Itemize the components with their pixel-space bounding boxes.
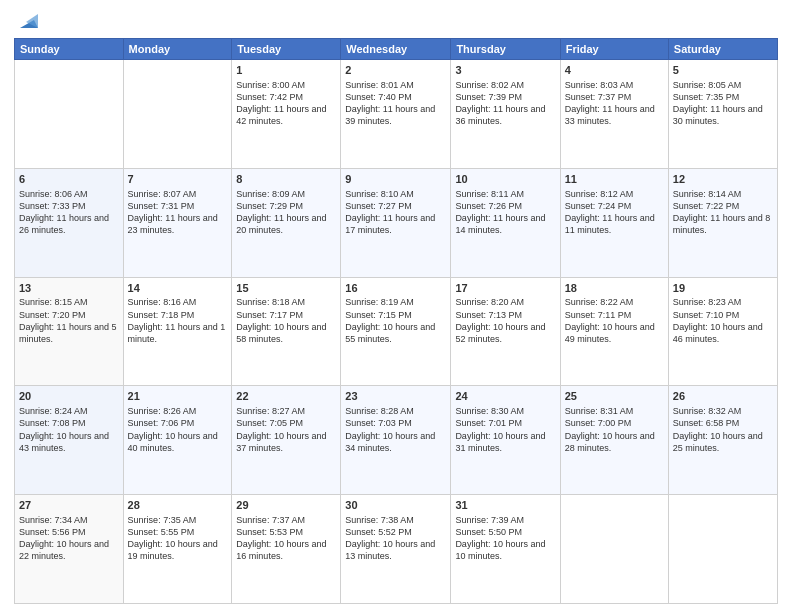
day-info: Sunrise: 8:26 AMSunset: 7:06 PMDaylight:… [128, 405, 228, 454]
calendar-cell: 8Sunrise: 8:09 AMSunset: 7:29 PMDaylight… [232, 168, 341, 277]
day-number: 21 [128, 389, 228, 404]
calendar-cell: 28Sunrise: 7:35 AMSunset: 5:55 PMDayligh… [123, 495, 232, 604]
day-info: Sunrise: 8:00 AMSunset: 7:42 PMDaylight:… [236, 79, 336, 128]
day-number: 4 [565, 63, 664, 78]
day-info: Sunrise: 8:32 AMSunset: 6:58 PMDaylight:… [673, 405, 773, 454]
calendar-header-monday: Monday [123, 39, 232, 60]
day-info: Sunrise: 8:11 AMSunset: 7:26 PMDaylight:… [455, 188, 555, 237]
day-info: Sunrise: 8:14 AMSunset: 7:22 PMDaylight:… [673, 188, 773, 237]
day-number: 17 [455, 281, 555, 296]
day-info: Sunrise: 8:19 AMSunset: 7:15 PMDaylight:… [345, 296, 446, 345]
calendar-cell: 31Sunrise: 7:39 AMSunset: 5:50 PMDayligh… [451, 495, 560, 604]
calendar-cell: 26Sunrise: 8:32 AMSunset: 6:58 PMDayligh… [668, 386, 777, 495]
day-info: Sunrise: 8:28 AMSunset: 7:03 PMDaylight:… [345, 405, 446, 454]
day-number: 25 [565, 389, 664, 404]
day-number: 29 [236, 498, 336, 513]
calendar-cell: 22Sunrise: 8:27 AMSunset: 7:05 PMDayligh… [232, 386, 341, 495]
day-number: 13 [19, 281, 119, 296]
calendar-cell: 11Sunrise: 8:12 AMSunset: 7:24 PMDayligh… [560, 168, 668, 277]
day-info: Sunrise: 8:23 AMSunset: 7:10 PMDaylight:… [673, 296, 773, 345]
day-info: Sunrise: 8:10 AMSunset: 7:27 PMDaylight:… [345, 188, 446, 237]
header [14, 10, 778, 32]
day-number: 11 [565, 172, 664, 187]
day-info: Sunrise: 8:30 AMSunset: 7:01 PMDaylight:… [455, 405, 555, 454]
day-number: 10 [455, 172, 555, 187]
day-number: 3 [455, 63, 555, 78]
day-number: 30 [345, 498, 446, 513]
calendar-header-tuesday: Tuesday [232, 39, 341, 60]
calendar-cell: 20Sunrise: 8:24 AMSunset: 7:08 PMDayligh… [15, 386, 124, 495]
calendar-cell: 21Sunrise: 8:26 AMSunset: 7:06 PMDayligh… [123, 386, 232, 495]
calendar-week-1: 1Sunrise: 8:00 AMSunset: 7:42 PMDaylight… [15, 60, 778, 169]
day-number: 19 [673, 281, 773, 296]
calendar-week-4: 20Sunrise: 8:24 AMSunset: 7:08 PMDayligh… [15, 386, 778, 495]
day-number: 23 [345, 389, 446, 404]
calendar-table: SundayMondayTuesdayWednesdayThursdayFrid… [14, 38, 778, 604]
day-info: Sunrise: 8:31 AMSunset: 7:00 PMDaylight:… [565, 405, 664, 454]
day-number: 2 [345, 63, 446, 78]
calendar-cell: 13Sunrise: 8:15 AMSunset: 7:20 PMDayligh… [15, 277, 124, 386]
day-number: 1 [236, 63, 336, 78]
day-number: 9 [345, 172, 446, 187]
day-info: Sunrise: 7:37 AMSunset: 5:53 PMDaylight:… [236, 514, 336, 563]
day-number: 28 [128, 498, 228, 513]
calendar-cell: 29Sunrise: 7:37 AMSunset: 5:53 PMDayligh… [232, 495, 341, 604]
calendar-cell: 2Sunrise: 8:01 AMSunset: 7:40 PMDaylight… [341, 60, 451, 169]
day-info: Sunrise: 8:15 AMSunset: 7:20 PMDaylight:… [19, 296, 119, 345]
calendar-cell: 4Sunrise: 8:03 AMSunset: 7:37 PMDaylight… [560, 60, 668, 169]
calendar-cell: 30Sunrise: 7:38 AMSunset: 5:52 PMDayligh… [341, 495, 451, 604]
day-number: 18 [565, 281, 664, 296]
day-info: Sunrise: 7:34 AMSunset: 5:56 PMDaylight:… [19, 514, 119, 563]
day-number: 26 [673, 389, 773, 404]
calendar-week-3: 13Sunrise: 8:15 AMSunset: 7:20 PMDayligh… [15, 277, 778, 386]
calendar-cell: 10Sunrise: 8:11 AMSunset: 7:26 PMDayligh… [451, 168, 560, 277]
calendar-week-2: 6Sunrise: 8:06 AMSunset: 7:33 PMDaylight… [15, 168, 778, 277]
day-info: Sunrise: 7:35 AMSunset: 5:55 PMDaylight:… [128, 514, 228, 563]
calendar-cell: 1Sunrise: 8:00 AMSunset: 7:42 PMDaylight… [232, 60, 341, 169]
calendar-cell: 14Sunrise: 8:16 AMSunset: 7:18 PMDayligh… [123, 277, 232, 386]
day-number: 31 [455, 498, 555, 513]
day-info: Sunrise: 8:06 AMSunset: 7:33 PMDaylight:… [19, 188, 119, 237]
calendar-cell: 15Sunrise: 8:18 AMSunset: 7:17 PMDayligh… [232, 277, 341, 386]
calendar-cell: 17Sunrise: 8:20 AMSunset: 7:13 PMDayligh… [451, 277, 560, 386]
page: SundayMondayTuesdayWednesdayThursdayFrid… [0, 0, 792, 612]
day-number: 6 [19, 172, 119, 187]
day-info: Sunrise: 8:12 AMSunset: 7:24 PMDaylight:… [565, 188, 664, 237]
day-number: 27 [19, 498, 119, 513]
calendar-cell: 16Sunrise: 8:19 AMSunset: 7:15 PMDayligh… [341, 277, 451, 386]
calendar-cell: 5Sunrise: 8:05 AMSunset: 7:35 PMDaylight… [668, 60, 777, 169]
day-number: 20 [19, 389, 119, 404]
calendar-cell: 9Sunrise: 8:10 AMSunset: 7:27 PMDaylight… [341, 168, 451, 277]
day-info: Sunrise: 8:02 AMSunset: 7:39 PMDaylight:… [455, 79, 555, 128]
day-number: 5 [673, 63, 773, 78]
day-info: Sunrise: 8:05 AMSunset: 7:35 PMDaylight:… [673, 79, 773, 128]
calendar-cell: 19Sunrise: 8:23 AMSunset: 7:10 PMDayligh… [668, 277, 777, 386]
day-info: Sunrise: 8:27 AMSunset: 7:05 PMDaylight:… [236, 405, 336, 454]
calendar-cell: 6Sunrise: 8:06 AMSunset: 7:33 PMDaylight… [15, 168, 124, 277]
day-number: 16 [345, 281, 446, 296]
day-info: Sunrise: 8:16 AMSunset: 7:18 PMDaylight:… [128, 296, 228, 345]
calendar-header-sunday: Sunday [15, 39, 124, 60]
day-info: Sunrise: 8:09 AMSunset: 7:29 PMDaylight:… [236, 188, 336, 237]
day-number: 14 [128, 281, 228, 296]
day-info: Sunrise: 7:39 AMSunset: 5:50 PMDaylight:… [455, 514, 555, 563]
day-info: Sunrise: 7:38 AMSunset: 5:52 PMDaylight:… [345, 514, 446, 563]
calendar-cell [668, 495, 777, 604]
calendar-header-saturday: Saturday [668, 39, 777, 60]
day-info: Sunrise: 8:24 AMSunset: 7:08 PMDaylight:… [19, 405, 119, 454]
calendar-cell: 7Sunrise: 8:07 AMSunset: 7:31 PMDaylight… [123, 168, 232, 277]
calendar-cell: 27Sunrise: 7:34 AMSunset: 5:56 PMDayligh… [15, 495, 124, 604]
day-info: Sunrise: 8:20 AMSunset: 7:13 PMDaylight:… [455, 296, 555, 345]
calendar-cell [123, 60, 232, 169]
logo-icon [16, 10, 38, 32]
day-number: 24 [455, 389, 555, 404]
calendar-cell: 12Sunrise: 8:14 AMSunset: 7:22 PMDayligh… [668, 168, 777, 277]
calendar-cell: 23Sunrise: 8:28 AMSunset: 7:03 PMDayligh… [341, 386, 451, 495]
day-number: 15 [236, 281, 336, 296]
calendar-header-friday: Friday [560, 39, 668, 60]
calendar-cell: 25Sunrise: 8:31 AMSunset: 7:00 PMDayligh… [560, 386, 668, 495]
day-info: Sunrise: 8:07 AMSunset: 7:31 PMDaylight:… [128, 188, 228, 237]
day-info: Sunrise: 8:22 AMSunset: 7:11 PMDaylight:… [565, 296, 664, 345]
calendar-header-thursday: Thursday [451, 39, 560, 60]
day-info: Sunrise: 8:01 AMSunset: 7:40 PMDaylight:… [345, 79, 446, 128]
